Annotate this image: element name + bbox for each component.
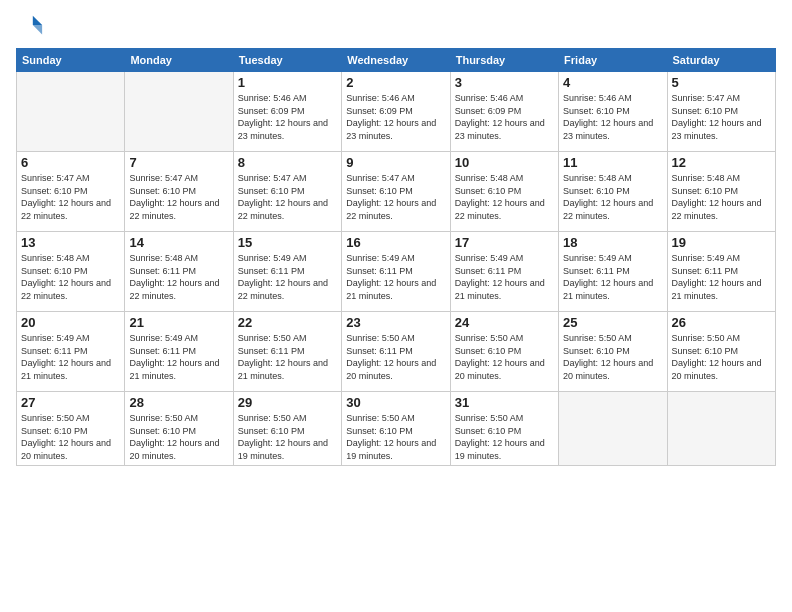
svg-marker-1 xyxy=(33,25,42,34)
calendar-cell: 7Sunrise: 5:47 AMSunset: 6:10 PMDaylight… xyxy=(125,152,233,232)
calendar-cell: 24Sunrise: 5:50 AMSunset: 6:10 PMDayligh… xyxy=(450,312,558,392)
calendar-week-row: 27Sunrise: 5:50 AMSunset: 6:10 PMDayligh… xyxy=(17,392,776,466)
weekday-header-row: SundayMondayTuesdayWednesdayThursdayFrid… xyxy=(17,49,776,72)
day-number: 2 xyxy=(346,75,445,90)
day-number: 26 xyxy=(672,315,771,330)
day-number: 14 xyxy=(129,235,228,250)
day-info: Sunrise: 5:47 AMSunset: 6:10 PMDaylight:… xyxy=(672,92,771,142)
day-info: Sunrise: 5:50 AMSunset: 6:10 PMDaylight:… xyxy=(455,412,554,462)
calendar-cell: 19Sunrise: 5:49 AMSunset: 6:11 PMDayligh… xyxy=(667,232,775,312)
logo xyxy=(16,12,48,40)
day-number: 6 xyxy=(21,155,120,170)
day-info: Sunrise: 5:48 AMSunset: 6:10 PMDaylight:… xyxy=(672,172,771,222)
day-number: 23 xyxy=(346,315,445,330)
day-info: Sunrise: 5:47 AMSunset: 6:10 PMDaylight:… xyxy=(238,172,337,222)
day-info: Sunrise: 5:49 AMSunset: 6:11 PMDaylight:… xyxy=(455,252,554,302)
calendar-cell xyxy=(17,72,125,152)
calendar-cell: 4Sunrise: 5:46 AMSunset: 6:10 PMDaylight… xyxy=(559,72,667,152)
weekday-header: Sunday xyxy=(17,49,125,72)
calendar-cell: 9Sunrise: 5:47 AMSunset: 6:10 PMDaylight… xyxy=(342,152,450,232)
weekday-header: Tuesday xyxy=(233,49,341,72)
calendar-cell xyxy=(125,72,233,152)
calendar-cell: 1Sunrise: 5:46 AMSunset: 6:09 PMDaylight… xyxy=(233,72,341,152)
day-info: Sunrise: 5:46 AMSunset: 6:10 PMDaylight:… xyxy=(563,92,662,142)
calendar-cell: 11Sunrise: 5:48 AMSunset: 6:10 PMDayligh… xyxy=(559,152,667,232)
day-number: 13 xyxy=(21,235,120,250)
calendar-cell: 20Sunrise: 5:49 AMSunset: 6:11 PMDayligh… xyxy=(17,312,125,392)
day-number: 17 xyxy=(455,235,554,250)
day-number: 16 xyxy=(346,235,445,250)
calendar-cell: 26Sunrise: 5:50 AMSunset: 6:10 PMDayligh… xyxy=(667,312,775,392)
day-info: Sunrise: 5:49 AMSunset: 6:11 PMDaylight:… xyxy=(672,252,771,302)
calendar-cell: 17Sunrise: 5:49 AMSunset: 6:11 PMDayligh… xyxy=(450,232,558,312)
day-number: 20 xyxy=(21,315,120,330)
svg-marker-0 xyxy=(33,16,42,25)
day-number: 3 xyxy=(455,75,554,90)
day-info: Sunrise: 5:48 AMSunset: 6:10 PMDaylight:… xyxy=(21,252,120,302)
calendar-cell: 14Sunrise: 5:48 AMSunset: 6:11 PMDayligh… xyxy=(125,232,233,312)
day-info: Sunrise: 5:50 AMSunset: 6:10 PMDaylight:… xyxy=(238,412,337,462)
calendar-cell: 12Sunrise: 5:48 AMSunset: 6:10 PMDayligh… xyxy=(667,152,775,232)
weekday-header: Saturday xyxy=(667,49,775,72)
day-info: Sunrise: 5:47 AMSunset: 6:10 PMDaylight:… xyxy=(129,172,228,222)
calendar-cell: 25Sunrise: 5:50 AMSunset: 6:10 PMDayligh… xyxy=(559,312,667,392)
day-info: Sunrise: 5:46 AMSunset: 6:09 PMDaylight:… xyxy=(238,92,337,142)
day-number: 21 xyxy=(129,315,228,330)
calendar-cell: 21Sunrise: 5:49 AMSunset: 6:11 PMDayligh… xyxy=(125,312,233,392)
calendar-cell: 8Sunrise: 5:47 AMSunset: 6:10 PMDaylight… xyxy=(233,152,341,232)
logo-icon xyxy=(16,12,44,40)
day-info: Sunrise: 5:50 AMSunset: 6:10 PMDaylight:… xyxy=(672,332,771,382)
day-number: 28 xyxy=(129,395,228,410)
calendar-cell: 28Sunrise: 5:50 AMSunset: 6:10 PMDayligh… xyxy=(125,392,233,466)
day-number: 1 xyxy=(238,75,337,90)
calendar-week-row: 6Sunrise: 5:47 AMSunset: 6:10 PMDaylight… xyxy=(17,152,776,232)
page: SundayMondayTuesdayWednesdayThursdayFrid… xyxy=(0,0,792,612)
day-info: Sunrise: 5:48 AMSunset: 6:11 PMDaylight:… xyxy=(129,252,228,302)
day-number: 18 xyxy=(563,235,662,250)
day-info: Sunrise: 5:49 AMSunset: 6:11 PMDaylight:… xyxy=(21,332,120,382)
calendar-cell: 6Sunrise: 5:47 AMSunset: 6:10 PMDaylight… xyxy=(17,152,125,232)
calendar-week-row: 20Sunrise: 5:49 AMSunset: 6:11 PMDayligh… xyxy=(17,312,776,392)
day-info: Sunrise: 5:50 AMSunset: 6:10 PMDaylight:… xyxy=(129,412,228,462)
day-number: 5 xyxy=(672,75,771,90)
day-info: Sunrise: 5:50 AMSunset: 6:11 PMDaylight:… xyxy=(238,332,337,382)
calendar-cell: 16Sunrise: 5:49 AMSunset: 6:11 PMDayligh… xyxy=(342,232,450,312)
day-info: Sunrise: 5:50 AMSunset: 6:11 PMDaylight:… xyxy=(346,332,445,382)
day-info: Sunrise: 5:47 AMSunset: 6:10 PMDaylight:… xyxy=(21,172,120,222)
calendar: SundayMondayTuesdayWednesdayThursdayFrid… xyxy=(16,48,776,466)
calendar-cell: 10Sunrise: 5:48 AMSunset: 6:10 PMDayligh… xyxy=(450,152,558,232)
calendar-cell: 27Sunrise: 5:50 AMSunset: 6:10 PMDayligh… xyxy=(17,392,125,466)
day-info: Sunrise: 5:46 AMSunset: 6:09 PMDaylight:… xyxy=(455,92,554,142)
calendar-cell: 18Sunrise: 5:49 AMSunset: 6:11 PMDayligh… xyxy=(559,232,667,312)
day-number: 29 xyxy=(238,395,337,410)
calendar-cell: 3Sunrise: 5:46 AMSunset: 6:09 PMDaylight… xyxy=(450,72,558,152)
day-number: 10 xyxy=(455,155,554,170)
day-number: 11 xyxy=(563,155,662,170)
day-number: 12 xyxy=(672,155,771,170)
calendar-cell: 29Sunrise: 5:50 AMSunset: 6:10 PMDayligh… xyxy=(233,392,341,466)
calendar-week-row: 1Sunrise: 5:46 AMSunset: 6:09 PMDaylight… xyxy=(17,72,776,152)
weekday-header: Monday xyxy=(125,49,233,72)
day-info: Sunrise: 5:50 AMSunset: 6:10 PMDaylight:… xyxy=(21,412,120,462)
calendar-cell: 22Sunrise: 5:50 AMSunset: 6:11 PMDayligh… xyxy=(233,312,341,392)
day-info: Sunrise: 5:49 AMSunset: 6:11 PMDaylight:… xyxy=(346,252,445,302)
day-info: Sunrise: 5:50 AMSunset: 6:10 PMDaylight:… xyxy=(346,412,445,462)
day-number: 8 xyxy=(238,155,337,170)
day-info: Sunrise: 5:49 AMSunset: 6:11 PMDaylight:… xyxy=(129,332,228,382)
weekday-header: Thursday xyxy=(450,49,558,72)
day-number: 15 xyxy=(238,235,337,250)
weekday-header: Friday xyxy=(559,49,667,72)
day-number: 31 xyxy=(455,395,554,410)
calendar-week-row: 13Sunrise: 5:48 AMSunset: 6:10 PMDayligh… xyxy=(17,232,776,312)
calendar-cell: 30Sunrise: 5:50 AMSunset: 6:10 PMDayligh… xyxy=(342,392,450,466)
day-number: 9 xyxy=(346,155,445,170)
day-number: 24 xyxy=(455,315,554,330)
day-info: Sunrise: 5:50 AMSunset: 6:10 PMDaylight:… xyxy=(563,332,662,382)
day-number: 25 xyxy=(563,315,662,330)
calendar-cell xyxy=(559,392,667,466)
calendar-cell: 13Sunrise: 5:48 AMSunset: 6:10 PMDayligh… xyxy=(17,232,125,312)
calendar-cell: 31Sunrise: 5:50 AMSunset: 6:10 PMDayligh… xyxy=(450,392,558,466)
day-info: Sunrise: 5:49 AMSunset: 6:11 PMDaylight:… xyxy=(238,252,337,302)
header xyxy=(16,12,776,40)
day-info: Sunrise: 5:49 AMSunset: 6:11 PMDaylight:… xyxy=(563,252,662,302)
